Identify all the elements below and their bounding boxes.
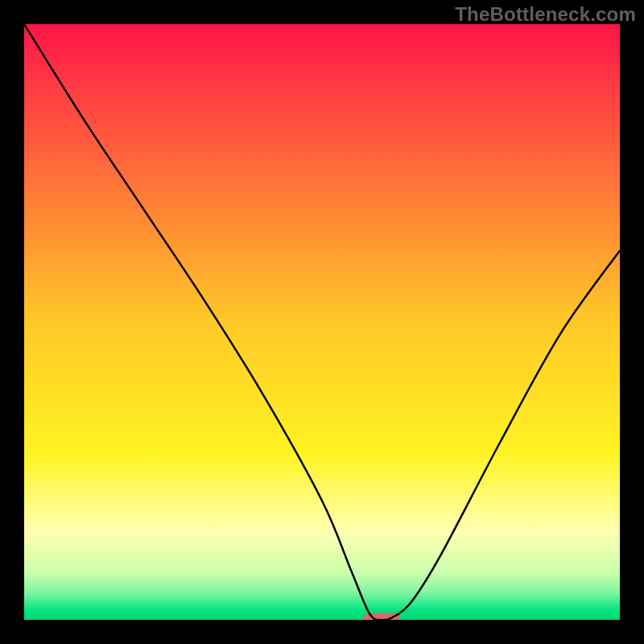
- plot-area: [24, 24, 620, 620]
- chart-container: TheBottleneck.com: [0, 0, 644, 644]
- gradient-background: [24, 24, 620, 620]
- watermark-text: TheBottleneck.com: [455, 3, 636, 26]
- bottleneck-chart: [24, 24, 620, 620]
